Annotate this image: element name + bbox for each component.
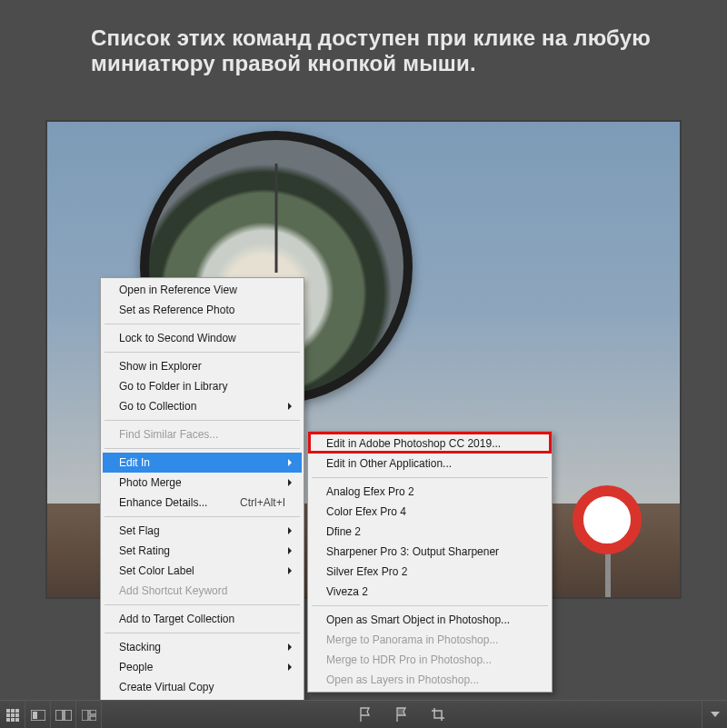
- svg-rect-14: [90, 710, 96, 714]
- sign-pole: [605, 549, 611, 599]
- svg-rect-7: [11, 718, 15, 722]
- chevron-down-icon: [711, 712, 720, 717]
- menu-set-rating[interactable]: Set Rating: [103, 541, 302, 561]
- svg-rect-0: [6, 709, 10, 713]
- menu-edit-in[interactable]: Edit In: [103, 453, 302, 473]
- grid-icon: [5, 708, 20, 723]
- svg-rect-1: [11, 709, 15, 713]
- menu-separator: [105, 352, 300, 353]
- page-heading: Список этих команд доступен при клике на…: [91, 25, 672, 77]
- submenu-edit-in-other-app[interactable]: Edit in Other Application...: [310, 454, 550, 474]
- flag-pick-icon[interactable]: [357, 706, 373, 723]
- flag-reject-icon[interactable]: [393, 706, 410, 723]
- svg-rect-15: [90, 716, 96, 721]
- menu-set-reference-photo[interactable]: Set as Reference Photo: [103, 300, 302, 320]
- submenu-open-smart-object[interactable]: Open as Smart Object in Photoshop...: [310, 610, 550, 630]
- edit-in-submenu: Edit in Adobe Photoshop CC 2019... Edit …: [307, 431, 553, 693]
- svg-rect-10: [33, 712, 37, 719]
- menu-people[interactable]: People: [103, 657, 302, 677]
- menu-separator: [312, 605, 548, 606]
- submenu-merge-hdr: Merge to HDR Pro in Photoshop...: [310, 650, 550, 670]
- bottom-toolbar: [0, 700, 727, 728]
- menu-create-virtual-copy[interactable]: Create Virtual Copy: [103, 677, 302, 697]
- submenu-viveza[interactable]: Viveza 2: [310, 582, 550, 602]
- submenu-merge-panorama: Merge to Panorama in Photoshop...: [310, 630, 550, 650]
- menu-enhance-details[interactable]: Enhance Details...Ctrl+Alt+I: [103, 493, 302, 513]
- svg-rect-6: [6, 718, 10, 722]
- menu-show-in-explorer[interactable]: Show in Explorer: [103, 356, 302, 376]
- menu-separator: [105, 420, 300, 421]
- menu-separator: [105, 324, 300, 324]
- survey-icon: [82, 710, 96, 721]
- submenu-analog-efex[interactable]: Analog Efex Pro 2: [310, 482, 550, 502]
- toolbar-compare-view-button[interactable]: [51, 701, 76, 728]
- compare-icon: [55, 710, 72, 721]
- toolbar-dropdown-button[interactable]: [702, 701, 727, 729]
- toolbar-grid-view-button[interactable]: [0, 701, 25, 728]
- loupe-icon: [31, 710, 45, 721]
- menu-accelerator: Ctrl+Alt+I: [231, 496, 285, 509]
- menu-separator: [105, 633, 300, 633]
- submenu-dfine[interactable]: Dfine 2: [310, 522, 550, 542]
- menu-find-similar-faces: Find Similar Faces...: [103, 424, 302, 444]
- menu-separator: [105, 448, 300, 449]
- prohibition-sign: [573, 485, 642, 554]
- svg-rect-5: [15, 713, 19, 717]
- submenu-edit-in-photoshop[interactable]: Edit in Adobe Photoshop CC 2019...: [310, 434, 550, 454]
- submenu-sharpener[interactable]: Sharpener Pro 3: Output Sharpener: [310, 542, 550, 562]
- submenu-open-as-layers: Open as Layers in Photoshop...: [310, 670, 550, 690]
- svg-rect-4: [11, 713, 15, 717]
- menu-go-to-collection[interactable]: Go to Collection: [103, 396, 302, 416]
- svg-rect-3: [6, 713, 10, 717]
- crop-icon[interactable]: [430, 706, 446, 723]
- svg-rect-2: [15, 709, 19, 713]
- svg-rect-12: [65, 710, 72, 721]
- submenu-color-efex[interactable]: Color Efex Pro 4: [310, 502, 550, 522]
- menu-separator: [312, 477, 548, 478]
- submenu-silver-efex[interactable]: Silver Efex Pro 2: [310, 562, 550, 582]
- menu-separator: [105, 516, 300, 517]
- menu-lock-second-window[interactable]: Lock to Second Window: [103, 328, 302, 348]
- menu-add-to-target-collection[interactable]: Add to Target Collection: [103, 609, 302, 629]
- menu-add-shortcut-keyword: Add Shortcut Keyword: [103, 581, 302, 601]
- svg-rect-13: [82, 710, 88, 721]
- menu-open-reference-view[interactable]: Open in Reference View: [103, 280, 302, 300]
- toolbar-survey-view-button[interactable]: [76, 701, 102, 728]
- svg-rect-8: [15, 718, 19, 722]
- menu-stacking[interactable]: Stacking: [103, 637, 302, 657]
- menu-set-color-label[interactable]: Set Color Label: [103, 561, 302, 581]
- menu-photo-merge[interactable]: Photo Merge: [103, 473, 302, 493]
- svg-rect-11: [55, 710, 63, 721]
- menu-set-flag[interactable]: Set Flag: [103, 521, 302, 541]
- context-menu: Open in Reference View Set as Reference …: [100, 277, 304, 728]
- toolbar-loupe-view-button[interactable]: [25, 701, 51, 728]
- menu-separator: [105, 604, 300, 605]
- menu-go-to-folder[interactable]: Go to Folder in Library: [103, 376, 302, 396]
